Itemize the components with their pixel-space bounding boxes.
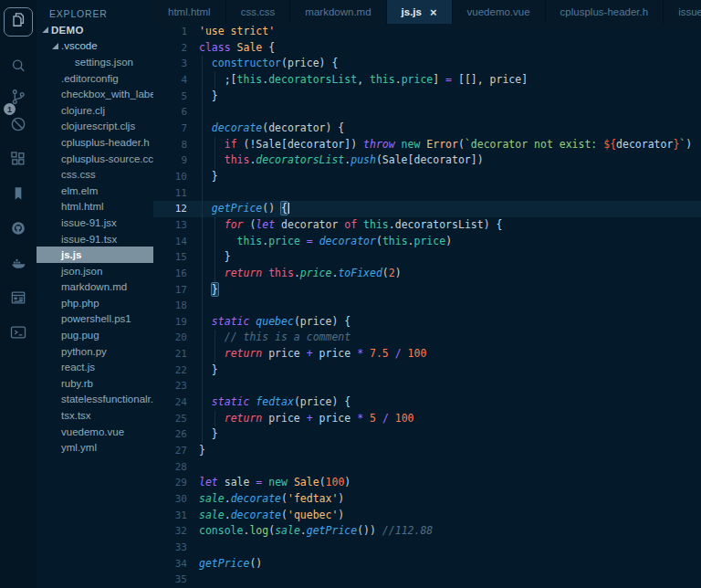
code-line-17[interactable]: 17 }	[153, 282, 701, 299]
tree-item-tsx.tsx[interactable]: tsx.tsx	[37, 407, 153, 424]
tree-item-elm.elm[interactable]: elm.elm	[37, 183, 153, 199]
activitybar-item-github[interactable]	[0, 215, 37, 245]
code-text: return price + price * 7.5 / 100	[199, 346, 701, 362]
code-text: constructor(price) {	[199, 56, 701, 72]
tree-item-python.py[interactable]: python.py	[37, 343, 153, 360]
code-line-18[interactable]: 18	[153, 298, 701, 314]
tree-item-ruby.rb[interactable]: ruby.rb	[37, 375, 153, 392]
code-line-13[interactable]: 13 for (let decorator of this.decorators…	[153, 217, 701, 234]
activitybar-item-extensions[interactable]	[0, 146, 37, 175]
tree-item-.vscode[interactable]: .vscode	[37, 38, 153, 55]
code-line-4[interactable]: 4 ;[this.decoratorsList, this.price] = […	[153, 72, 701, 89]
activitybar-item-search[interactable]	[0, 53, 37, 82]
code-line-5[interactable]: 5 }	[153, 89, 701, 105]
code-line-15[interactable]: 15 }	[153, 249, 701, 266]
activitybar-item-source-control[interactable]: 1	[0, 84, 37, 113]
tab-js.js[interactable]: js.js×	[387, 0, 453, 24]
code-line-31[interactable]: 31sale.decorate('quebec')	[153, 508, 701, 524]
code-line-29[interactable]: 29let sale = new Sale(100)	[153, 475, 701, 491]
debug-disabled-icon	[9, 115, 27, 137]
tab-html.html[interactable]: html.html	[153, 0, 226, 24]
code-line-34[interactable]: 34getPrice()	[153, 556, 701, 572]
code-line-22[interactable]: 22 }	[153, 362, 701, 379]
activitybar-item-files[interactable]	[0, 7, 37, 37]
code-line-10[interactable]: 10 }	[153, 169, 701, 185]
code-line-12[interactable]: 12 getPrice() {	[153, 201, 701, 217]
line-number: 21	[153, 346, 199, 362]
activitybar-item-docker[interactable]	[0, 250, 37, 279]
code-line-27[interactable]: 27}	[153, 443, 701, 459]
indent-guide	[202, 137, 203, 153]
code-line-11[interactable]: 11	[153, 185, 701, 202]
code-line-21[interactable]: 21 return price + price * 7.5 / 100	[153, 346, 701, 362]
line-number: 12	[153, 201, 199, 217]
code-text: }	[199, 249, 701, 266]
code-line-35[interactable]: 35	[153, 572, 701, 588]
line-number: 28	[153, 459, 199, 476]
tree-item-yml.yml[interactable]: yml.yml	[37, 439, 153, 456]
code-line-23[interactable]: 23	[153, 378, 701, 394]
line-number: 17	[153, 282, 199, 299]
code-line-33[interactable]: 33	[153, 540, 701, 556]
tree-item-settings.json[interactable]: settings.json	[37, 54, 153, 70]
activitybar-item-browser-window[interactable]	[0, 285, 37, 314]
tab-vuedemo.vue[interactable]: vuedemo.vue	[453, 0, 546, 24]
code-text: getPrice() {	[199, 201, 701, 217]
tree-item-react.js[interactable]: react.js	[37, 359, 153, 375]
code-line-9[interactable]: 9 this.decoratorsList.push(Sale[decorato…	[153, 152, 701, 169]
tree-item-powershell.ps1[interactable]: powershell.ps1	[37, 311, 153, 328]
tree-item-pug.pug[interactable]: pug.pug	[37, 327, 153, 343]
tree-item-DEMO[interactable]: DEMO	[37, 22, 153, 38]
tree-item-.editorconfig[interactable]: .editorconfig	[37, 70, 153, 87]
activitybar-item-debug-disabled[interactable]	[0, 111, 37, 141]
tree-item-js.js[interactable]: js.js	[37, 247, 153, 263]
code-line-30[interactable]: 30sale.decorate('fedtax')	[153, 491, 701, 508]
code-line-26[interactable]: 26 }	[153, 426, 701, 443]
text-cursor	[288, 203, 289, 214]
code-line-25[interactable]: 25 return price + price * 5 / 100	[153, 411, 701, 427]
close-icon[interactable]: ×	[430, 6, 437, 18]
code-line-24[interactable]: 24 static fedtax(price) {	[153, 394, 701, 411]
powershell-icon	[9, 323, 27, 345]
tree-item-statelessfunctionalr...[interactable]: statelessfunctionalr...	[37, 392, 153, 408]
line-number: 2	[153, 40, 199, 57]
tree-item-css.css[interactable]: css.css	[37, 166, 153, 183]
tree-item-html.html[interactable]: html.html	[37, 199, 153, 215]
tree-item-label: DEMO	[51, 25, 84, 36]
code-line-2[interactable]: 2class Sale {	[153, 40, 701, 57]
tree-item-markdown.md[interactable]: markdown.md	[37, 279, 153, 296]
code-line-28[interactable]: 28	[153, 459, 701, 476]
tree-item-clojurescript.cljs[interactable]: clojurescript.cljs	[37, 119, 153, 135]
tab-cplusplus-header.h[interactable]: cplusplus-header.h	[546, 0, 664, 24]
tree-item-clojure.clj[interactable]: clojure.clj	[37, 102, 153, 119]
code-line-14[interactable]: 14 this.price = decorator(this.price)	[153, 234, 701, 250]
code-line-7[interactable]: 7 decorate(decorator) {	[153, 121, 701, 137]
tree-item-vuedemo.vue[interactable]: vuedemo.vue	[37, 424, 153, 440]
line-number: 29	[153, 475, 199, 491]
tree-item-checkbox_with_label...[interactable]: checkbox_with_label...	[37, 86, 153, 102]
activitybar-item-bookmark[interactable]	[0, 181, 37, 210]
tab-markdown.md[interactable]: markdown.md	[290, 0, 386, 24]
code-text: }	[199, 426, 701, 443]
code-line-1[interactable]: 1'use strict'	[153, 24, 701, 40]
tree-item-cplusplus-header.h[interactable]: cplusplus-header.h	[37, 134, 153, 151]
tree-item-issue-91.jsx[interactable]: issue-91.jsx	[37, 215, 153, 231]
tree-item-issue-91.tsx[interactable]: issue-91.tsx	[37, 231, 153, 247]
tab-issue-91.jsx[interactable]: issue-91.jsx	[664, 0, 701, 24]
code-editor[interactable]: 1'use strict'2class Sale {3 constructor(…	[153, 24, 701, 588]
code-line-32[interactable]: 32console.log(sale.getPrice()) //112.88	[153, 523, 701, 540]
code-line-16[interactable]: 16 return this.price.toFixed(2)	[153, 266, 701, 282]
tree-item-cplusplus-source.cc[interactable]: cplusplus-source.cc	[37, 151, 153, 167]
tab-css.css[interactable]: css.css	[226, 0, 291, 24]
activitybar-item-powershell[interactable]	[0, 320, 37, 349]
github-icon	[9, 219, 27, 241]
code-line-19[interactable]: 19 static quebec(price) {	[153, 314, 701, 331]
tree-item-json.json[interactable]: json.json	[37, 263, 153, 279]
line-number: 30	[153, 491, 199, 508]
code-line-3[interactable]: 3 constructor(price) {	[153, 56, 701, 72]
tree-item-php.php[interactable]: php.php	[37, 295, 153, 311]
code-line-6[interactable]: 6	[153, 104, 701, 121]
code-line-8[interactable]: 8 if (!Sale[decorator]) throw new Error(…	[153, 137, 701, 153]
indent-guide	[202, 185, 203, 202]
code-line-20[interactable]: 20 // this is a comment	[153, 330, 701, 346]
